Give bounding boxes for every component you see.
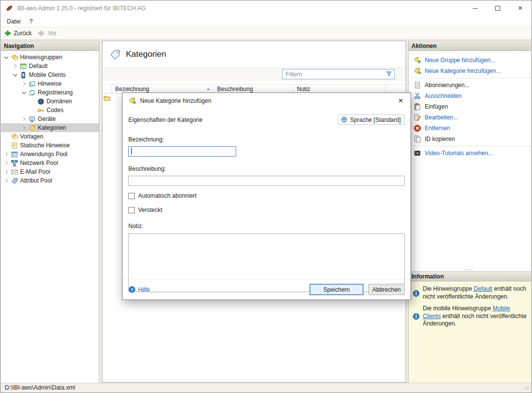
minimize-button[interactable] [464, 0, 486, 16]
help-link[interactable]: ? Hilfe [128, 286, 150, 293]
tree-indent-spacer [3, 142, 10, 149]
action-label: Einfügen [425, 103, 448, 110]
column-header-notiz[interactable]: Notiz [293, 85, 386, 93]
window-title: IBI-aws Admin 1.25.0 - registriert für I… [17, 5, 145, 12]
action-label: ID kopieren [425, 136, 455, 142]
beschreibung-input[interactable] [128, 176, 405, 186]
templates-icon [11, 133, 18, 140]
cancel-button[interactable]: Abbrechen [368, 284, 405, 295]
tree-item-codes[interactable]: Codes [1, 106, 99, 115]
panel-splitter-grip[interactable]: ... [466, 266, 474, 270]
video-icon [413, 149, 421, 157]
app-logo-icon [5, 4, 13, 12]
action-einfügen[interactable]: Einfügen [409, 101, 531, 112]
tree-item-label: E-Mail Pool [20, 168, 50, 175]
filter-icon[interactable] [386, 70, 392, 77]
resize-grip-icon[interactable] [524, 385, 530, 391]
column-header-bezeichnung[interactable]: Bezeichnung [112, 85, 214, 93]
tree-chevron-expanded-icon[interactable] [21, 89, 27, 96]
static-hints-icon [11, 142, 18, 149]
column-header-beschreibung[interactable]: Beschreibung [214, 85, 293, 93]
notiz-label: Notiz: [128, 223, 405, 230]
action-neue-gruppe-hinzufügen[interactable]: Neue Gruppe hinzufügen... [409, 55, 531, 66]
dialog-title-bar: Neue Kategorie hinzufügen × [122, 93, 411, 109]
tree-item-vorlagen[interactable]: Vorlagen [1, 132, 99, 141]
versteckt-checkbox[interactable] [128, 207, 135, 213]
tree-item-attribut-pool[interactable]: Attribut Pool [1, 176, 99, 185]
kategorien-page-icon [109, 48, 121, 60]
tree-item-label: Geräte [38, 116, 56, 122]
tree-item-kategorien[interactable]: Kategorien [1, 123, 99, 132]
tree-item-geräte[interactable]: Geräte [1, 115, 99, 123]
action-abonnierungen[interactable]: Abonnierungen... [409, 80, 531, 91]
navigation-panel: Navigation HinweisgruppenDefaultMobile C… [1, 41, 99, 383]
language-button[interactable]: Sprache [Standard] [338, 115, 405, 125]
svg-text:?: ? [131, 287, 133, 292]
action-ausschneiden[interactable]: Ausschneiden [409, 91, 531, 101]
filter-input[interactable] [282, 69, 395, 79]
actions-separator [410, 146, 531, 146]
info-link-default[interactable]: Default [474, 285, 492, 292]
dialog-close-button[interactable]: × [394, 95, 408, 107]
tree-chevron-collapsed-icon[interactable] [21, 116, 27, 122]
tree-item-label: Domänen [47, 98, 72, 105]
copy-icon [413, 135, 421, 143]
versteckt-checkbox-row[interactable]: Versteckt [128, 207, 405, 213]
action-entfernen[interactable]: Entfernen [409, 123, 531, 134]
menu-datei[interactable]: Datei [2, 17, 25, 26]
tree-item-hinweise[interactable]: Hinweise [1, 79, 99, 88]
mobile-icon [20, 71, 27, 79]
information-list: Die Hinweisgruppe Default enthält noch n… [409, 281, 531, 383]
edit-icon [413, 114, 421, 121]
back-icon [3, 29, 11, 37]
menu-help[interactable]: ? [25, 17, 37, 26]
close-button[interactable]: × [509, 0, 532, 16]
column-header-label: Beschreibung [217, 86, 253, 92]
help-label: Hilfe [138, 286, 150, 293]
tree-item-netzwerk-pool[interactable]: Netzwerk Pool [1, 159, 99, 167]
tree-item-e-mail-pool[interactable]: E-Mail Pool [1, 167, 99, 176]
tree-item-label: Netzwerk Pool [20, 160, 58, 166]
action-neue-kategorie-hinzufügen[interactable]: Neue Kategorie hinzufügen... [409, 66, 531, 76]
tree-item-mobile-clients[interactable]: Mobile Clients [1, 70, 99, 79]
automatisch-abonniert-checkbox-row[interactable]: Automatisch abonniert [128, 192, 405, 199]
forward-label: Vor [48, 30, 57, 37]
tree-chevron-collapsed-icon[interactable] [21, 124, 27, 131]
table-gutter-header [102, 85, 112, 93]
forward-button[interactable]: Vor [38, 29, 57, 37]
dialog-body: Eigenschaften der Kategorie Sprache [Sta… [122, 115, 411, 292]
tree-item-statische-hinweise[interactable]: Statische Hinweise [1, 141, 99, 150]
tree-chevron-collapsed-icon[interactable] [3, 168, 10, 175]
tree-item-domänen[interactable]: Domänen [1, 97, 99, 106]
tree-chevron-collapsed-icon[interactable] [3, 151, 10, 158]
tree-item-label: Anwendungs Pool [20, 151, 68, 158]
language-button-label: Sprache [Standard] [350, 116, 401, 123]
save-button[interactable]: Speichern [310, 284, 363, 295]
tree-chevron-expanded-icon[interactable] [12, 71, 19, 78]
actions-separator [410, 78, 531, 78]
tree-item-hinweisgruppen[interactable]: Hinweisgruppen [1, 53, 99, 62]
tags-icon [11, 54, 18, 61]
beschreibung-label: Beschreibung: [128, 165, 405, 172]
action-bearbeiten[interactable]: Bearbeiten... [409, 112, 531, 123]
minimize-icon [473, 8, 478, 9]
action-label: Ausschneiden [425, 92, 461, 99]
back-button[interactable]: Zurück [3, 29, 32, 37]
automatisch-abonniert-checkbox[interactable] [128, 193, 135, 199]
tree-chevron-collapsed-icon[interactable] [3, 160, 10, 166]
help-icon: ? [128, 286, 136, 293]
tree-item-anwendungs-pool[interactable]: Anwendungs Pool [1, 150, 99, 159]
tree-indent-spacer [29, 98, 36, 105]
tree-item-label: Vorlagen [20, 133, 43, 140]
bezeichnung-input[interactable] [128, 146, 236, 157]
tree-item-registrierung[interactable]: Registrierung [1, 88, 99, 97]
action-id-kopieren[interactable]: ID kopieren [409, 134, 531, 144]
tree-chevron-collapsed-icon[interactable] [21, 80, 27, 87]
tree-chevron-expanded-icon[interactable] [3, 54, 10, 61]
maximize-button[interactable] [486, 0, 509, 16]
tree-item-default[interactable]: Default [1, 62, 99, 70]
bezeichnung-label: Bezeichnung: [128, 136, 405, 143]
tree-chevron-collapsed-icon[interactable] [3, 177, 10, 184]
action-video-tutorials-ansehen[interactable]: Video-Tutorials ansehen... [409, 148, 531, 159]
tree-chevron-collapsed-icon[interactable] [12, 63, 19, 69]
